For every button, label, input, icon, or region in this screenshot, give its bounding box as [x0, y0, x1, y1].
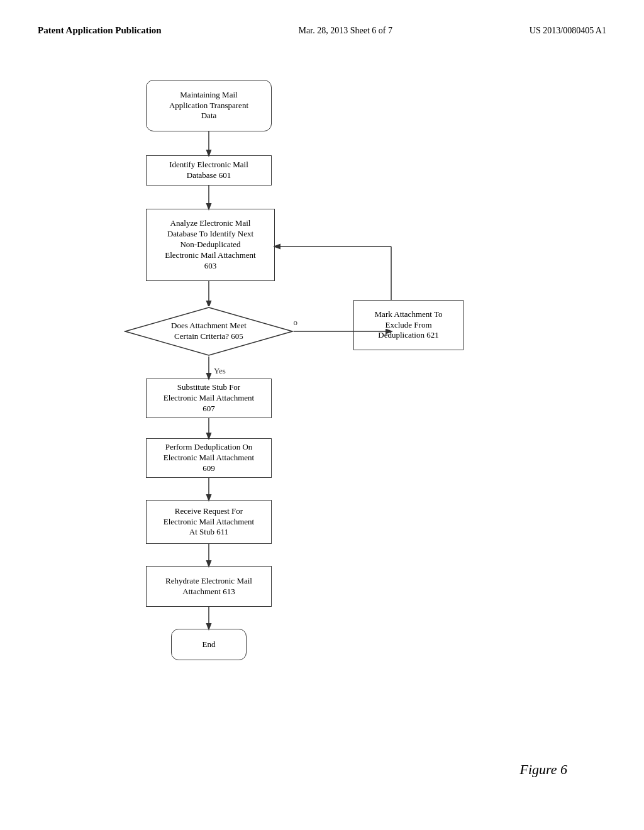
node-609-label: Perform Deduplication OnElectronic Mail …: [164, 442, 254, 474]
node-603: Analyze Electronic MailDatabase To Ident…: [146, 209, 275, 281]
figure-label: Figure 6: [519, 761, 567, 778]
node-start: Maintaining MailApplication TransparentD…: [146, 80, 272, 131]
node-end: End: [171, 629, 247, 660]
node-621: Mark Attachment ToExclude FromDeduplicat…: [353, 300, 464, 350]
flowchart: No Yes Maintaining MailApplication Trans…: [64, 67, 580, 790]
node-603-label: Analyze Electronic MailDatabase To Ident…: [165, 218, 255, 271]
page-header: Patent Application Publication Mar. 28, …: [38, 25, 606, 36]
header-left: Patent Application Publication: [38, 25, 162, 36]
header-center: Mar. 28, 2013 Sheet 6 of 7: [299, 26, 392, 36]
svg-text:Yes: Yes: [214, 366, 226, 375]
arrows-svg: No Yes: [64, 67, 580, 790]
page: Patent Application Publication Mar. 28, …: [0, 0, 644, 830]
node-611-label: Receive Request ForElectronic Mail Attac…: [164, 506, 254, 538]
node-605-inner: Does Attachment MeetCertain Criteria? 60…: [124, 306, 294, 357]
node-605-label: Does Attachment MeetCertain Criteria? 60…: [168, 318, 250, 345]
node-611: Receive Request ForElectronic Mail Attac…: [146, 500, 272, 544]
node-613: Rehydrate Electronic MailAttachment 613: [146, 566, 272, 607]
node-601-label: Identify Electronic MailDatabase 601: [169, 160, 248, 181]
node-607: Substitute Stub ForElectronic Mail Attac…: [146, 379, 272, 418]
header-right: US 2013/0080405 A1: [530, 26, 606, 36]
node-605: Does Attachment MeetCertain Criteria? 60…: [124, 306, 294, 357]
node-609: Perform Deduplication OnElectronic Mail …: [146, 438, 272, 478]
node-end-label: End: [203, 639, 216, 650]
node-613-label: Rehydrate Electronic MailAttachment 613: [165, 576, 252, 597]
node-621-label: Mark Attachment ToExclude FromDeduplicat…: [375, 309, 443, 341]
node-start-label: Maintaining MailApplication TransparentD…: [169, 90, 248, 122]
node-607-label: Substitute Stub ForElectronic Mail Attac…: [164, 382, 254, 414]
node-601: Identify Electronic MailDatabase 601: [146, 155, 272, 185]
